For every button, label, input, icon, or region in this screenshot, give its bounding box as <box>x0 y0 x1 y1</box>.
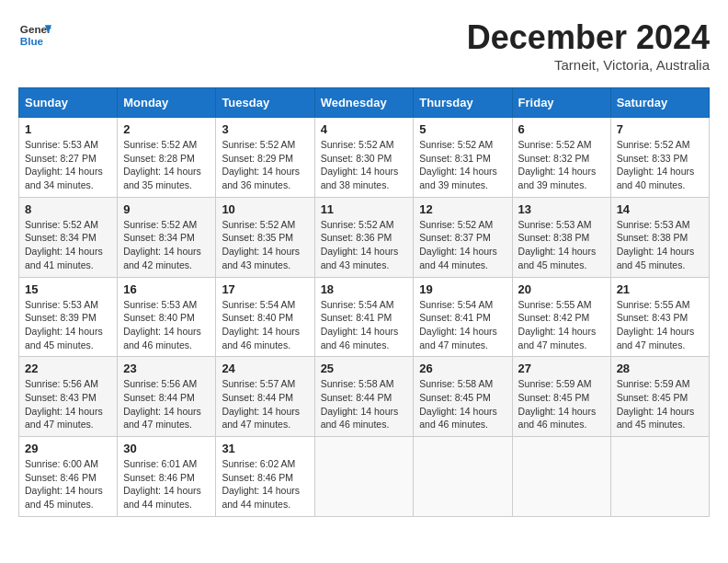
day-info: Sunrise: 5:52 AMSunset: 8:32 PMDaylight:… <box>518 139 597 190</box>
day-number: 1 <box>25 122 111 136</box>
day-info: Sunrise: 5:52 AMSunset: 8:31 PMDaylight:… <box>419 139 497 190</box>
day-number: 16 <box>123 282 210 296</box>
calendar-cell: 18Sunrise: 5:54 AMSunset: 8:41 PMDayligh… <box>314 277 414 357</box>
calendar-cell: 7Sunrise: 5:52 AMSunset: 8:33 PMDaylight… <box>610 118 709 198</box>
calendar-cell: 11Sunrise: 5:52 AMSunset: 8:36 PMDayligh… <box>314 197 414 277</box>
day-info: Sunrise: 5:54 AMSunset: 8:40 PMDaylight:… <box>222 299 300 350</box>
logo: General Blue <box>18 18 51 52</box>
day-info: Sunrise: 5:59 AMSunset: 8:45 PMDaylight:… <box>617 378 695 430</box>
day-number: 31 <box>222 442 308 455</box>
day-info: Sunrise: 5:53 AMSunset: 8:27 PMDaylight:… <box>25 139 103 190</box>
header-cell-saturday: Saturday <box>610 88 709 118</box>
day-info: Sunrise: 5:52 AMSunset: 8:36 PMDaylight:… <box>321 219 399 270</box>
day-number: 30 <box>123 442 210 455</box>
day-info: Sunrise: 5:58 AMSunset: 8:44 PMDaylight:… <box>321 378 399 430</box>
day-number: 3 <box>222 122 308 136</box>
calendar-cell <box>512 437 610 517</box>
day-info: Sunrise: 5:58 AMSunset: 8:45 PMDaylight:… <box>419 378 497 430</box>
header-cell-wednesday: Wednesday <box>314 88 414 118</box>
day-number: 5 <box>419 122 506 136</box>
day-number: 10 <box>222 202 308 216</box>
svg-text:Blue: Blue <box>20 35 44 47</box>
day-number: 28 <box>617 362 703 375</box>
day-info: Sunrise: 5:53 AMSunset: 8:38 PMDaylight:… <box>518 219 597 270</box>
day-number: 22 <box>25 362 111 375</box>
calendar-header: SundayMondayTuesdayWednesdayThursdayFrid… <box>19 88 710 118</box>
day-number: 11 <box>321 202 408 216</box>
header-cell-sunday: Sunday <box>19 88 118 118</box>
day-info: Sunrise: 5:52 AMSunset: 8:34 PMDaylight:… <box>123 219 201 270</box>
day-info: Sunrise: 5:56 AMSunset: 8:44 PMDaylight:… <box>123 378 201 430</box>
calendar-cell: 14Sunrise: 5:53 AMSunset: 8:38 PMDayligh… <box>610 197 709 277</box>
day-info: Sunrise: 5:57 AMSunset: 8:44 PMDaylight:… <box>222 378 300 430</box>
day-info: Sunrise: 6:00 AMSunset: 8:46 PMDaylight:… <box>25 458 103 510</box>
calendar-cell: 21Sunrise: 5:55 AMSunset: 8:43 PMDayligh… <box>610 277 709 357</box>
day-info: Sunrise: 5:52 AMSunset: 8:33 PMDaylight:… <box>617 139 695 190</box>
day-number: 13 <box>518 202 605 216</box>
day-info: Sunrise: 5:53 AMSunset: 8:39 PMDaylight:… <box>25 299 103 350</box>
day-number: 18 <box>321 282 408 296</box>
calendar-cell: 12Sunrise: 5:52 AMSunset: 8:37 PMDayligh… <box>414 197 512 277</box>
day-number: 6 <box>518 122 605 136</box>
calendar-cell: 10Sunrise: 5:52 AMSunset: 8:35 PMDayligh… <box>216 197 314 277</box>
day-info: Sunrise: 5:52 AMSunset: 8:35 PMDaylight:… <box>222 219 300 270</box>
calendar-cell: 22Sunrise: 5:56 AMSunset: 8:43 PMDayligh… <box>19 357 118 437</box>
day-info: Sunrise: 5:52 AMSunset: 8:30 PMDaylight:… <box>321 139 399 190</box>
day-info: Sunrise: 5:59 AMSunset: 8:45 PMDaylight:… <box>518 378 597 430</box>
calendar-cell: 30Sunrise: 6:01 AMSunset: 8:46 PMDayligh… <box>118 437 216 517</box>
calendar-cell: 27Sunrise: 5:59 AMSunset: 8:45 PMDayligh… <box>512 357 610 437</box>
day-info: Sunrise: 5:56 AMSunset: 8:43 PMDaylight:… <box>25 378 103 430</box>
day-number: 29 <box>25 442 111 455</box>
header: General Blue December 2024 Tarneit, Vict… <box>18 18 710 73</box>
day-info: Sunrise: 5:54 AMSunset: 8:41 PMDaylight:… <box>321 299 399 350</box>
calendar-cell: 2Sunrise: 5:52 AMSunset: 8:28 PMDaylight… <box>118 118 216 198</box>
calendar-cell: 26Sunrise: 5:58 AMSunset: 8:45 PMDayligh… <box>414 357 512 437</box>
day-info: Sunrise: 5:52 AMSunset: 8:34 PMDaylight:… <box>25 219 103 270</box>
calendar-cell: 29Sunrise: 6:00 AMSunset: 8:46 PMDayligh… <box>19 437 118 517</box>
day-number: 27 <box>518 362 605 375</box>
calendar-body: 1Sunrise: 5:53 AMSunset: 8:27 PMDaylight… <box>19 118 710 517</box>
day-number: 4 <box>321 122 408 136</box>
title-area: December 2024 Tarneit, Victoria, Austral… <box>467 18 710 73</box>
calendar-cell: 19Sunrise: 5:54 AMSunset: 8:41 PMDayligh… <box>414 277 512 357</box>
day-number: 20 <box>518 282 605 296</box>
day-info: Sunrise: 5:52 AMSunset: 8:29 PMDaylight:… <box>222 139 300 190</box>
calendar-week-1: 1Sunrise: 5:53 AMSunset: 8:27 PMDaylight… <box>19 118 710 198</box>
calendar-week-4: 22Sunrise: 5:56 AMSunset: 8:43 PMDayligh… <box>19 357 710 437</box>
calendar-cell: 15Sunrise: 5:53 AMSunset: 8:39 PMDayligh… <box>19 277 118 357</box>
calendar-cell: 3Sunrise: 5:52 AMSunset: 8:29 PMDaylight… <box>216 118 314 198</box>
day-number: 2 <box>123 122 210 136</box>
day-number: 21 <box>617 282 703 296</box>
calendar-cell <box>414 437 512 517</box>
day-info: Sunrise: 6:02 AMSunset: 8:46 PMDaylight:… <box>222 458 300 510</box>
calendar-cell: 1Sunrise: 5:53 AMSunset: 8:27 PMDaylight… <box>19 118 118 198</box>
page-title: December 2024 <box>467 18 710 57</box>
header-cell-friday: Friday <box>512 88 610 118</box>
day-info: Sunrise: 6:01 AMSunset: 8:46 PMDaylight:… <box>123 458 201 510</box>
calendar-cell: 24Sunrise: 5:57 AMSunset: 8:44 PMDayligh… <box>216 357 314 437</box>
calendar-cell: 25Sunrise: 5:58 AMSunset: 8:44 PMDayligh… <box>314 357 414 437</box>
header-row: SundayMondayTuesdayWednesdayThursdayFrid… <box>19 88 710 118</box>
calendar-cell: 9Sunrise: 5:52 AMSunset: 8:34 PMDaylight… <box>118 197 216 277</box>
day-number: 26 <box>419 362 506 375</box>
calendar-cell: 8Sunrise: 5:52 AMSunset: 8:34 PMDaylight… <box>19 197 118 277</box>
day-info: Sunrise: 5:53 AMSunset: 8:40 PMDaylight:… <box>123 299 201 350</box>
logo-icon: General Blue <box>18 18 51 52</box>
header-cell-monday: Monday <box>118 88 216 118</box>
day-info: Sunrise: 5:55 AMSunset: 8:42 PMDaylight:… <box>518 299 597 350</box>
calendar-cell: 6Sunrise: 5:52 AMSunset: 8:32 PMDaylight… <box>512 118 610 198</box>
day-number: 17 <box>222 282 308 296</box>
calendar-week-3: 15Sunrise: 5:53 AMSunset: 8:39 PMDayligh… <box>19 277 710 357</box>
day-number: 9 <box>123 202 210 216</box>
calendar-cell: 28Sunrise: 5:59 AMSunset: 8:45 PMDayligh… <box>610 357 709 437</box>
calendar-cell: 13Sunrise: 5:53 AMSunset: 8:38 PMDayligh… <box>512 197 610 277</box>
day-number: 23 <box>123 362 210 375</box>
calendar-cell: 23Sunrise: 5:56 AMSunset: 8:44 PMDayligh… <box>118 357 216 437</box>
calendar-cell <box>610 437 709 517</box>
day-number: 15 <box>25 282 111 296</box>
day-info: Sunrise: 5:55 AMSunset: 8:43 PMDaylight:… <box>617 299 695 350</box>
day-number: 25 <box>321 362 408 375</box>
calendar-cell: 31Sunrise: 6:02 AMSunset: 8:46 PMDayligh… <box>216 437 314 517</box>
calendar-cell: 16Sunrise: 5:53 AMSunset: 8:40 PMDayligh… <box>118 277 216 357</box>
calendar-table: SundayMondayTuesdayWednesdayThursdayFrid… <box>18 87 710 517</box>
